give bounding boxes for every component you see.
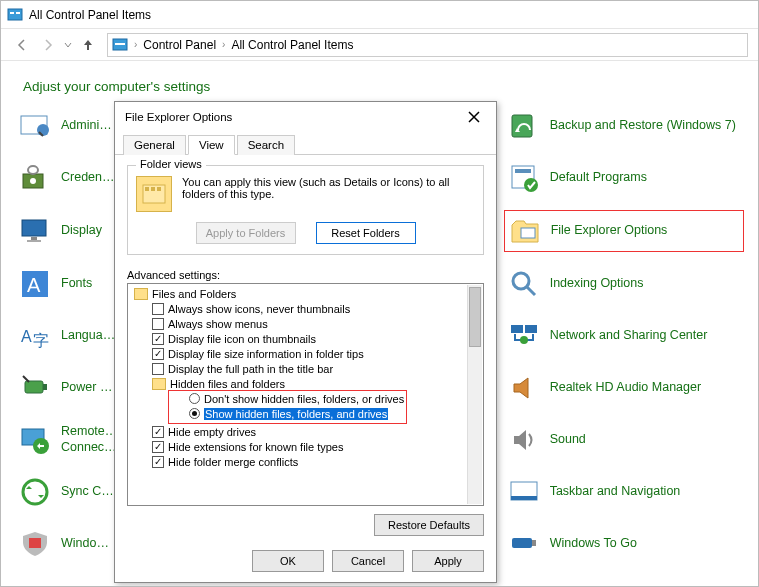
language-icon: A字 [19,320,51,352]
breadcrumb-segment[interactable]: All Control Panel Items [231,38,353,52]
address-bar[interactable]: › Control Panel › All Control Panel Item… [107,33,748,57]
chevron-right-icon[interactable]: › [220,39,227,50]
tree-checkbox-item[interactable]: Always show icons, never thumbnails [130,301,481,316]
tree-checkbox-item[interactable]: Display the full path in the title bar [130,361,481,376]
chevron-right-icon[interactable]: › [132,39,139,50]
advanced-settings-tree[interactable]: Files and Folders Always show icons, nev… [127,283,484,506]
checkbox-icon[interactable]: ✓ [152,333,164,345]
svg-rect-36 [532,540,536,546]
checkbox-icon[interactable] [152,303,164,315]
tree-checkbox-item[interactable]: ✓Display file size information in folder… [130,346,481,361]
reset-folders-button[interactable]: Reset Folders [316,222,416,244]
realtek-icon [508,372,540,404]
svg-point-31 [23,480,47,504]
taskbar-icon [508,476,540,508]
tab-general[interactable]: General [123,135,186,155]
folder-icon [152,378,166,390]
cp-item-default-programs[interactable]: Default Programs [508,162,740,194]
power-icon [19,372,51,404]
svg-text:字: 字 [33,332,49,349]
checkbox-icon[interactable]: ✓ [152,456,164,468]
indexing-icon [508,268,540,300]
dialog-titlebar: File Explorer Options [115,102,496,132]
cp-item-label: Backup and Restore (Windows 7) [550,118,736,134]
radio-icon[interactable] [189,393,200,404]
checkbox-icon[interactable]: ✓ [152,441,164,453]
dialog-body: Folder views You can apply this view (su… [115,155,496,542]
advanced-settings-label: Advanced settings: [127,269,484,281]
tab-view[interactable]: View [188,135,235,155]
cp-item-realtek[interactable]: Realtek HD Audio Manager [508,372,740,404]
cp-item-windows-to-go[interactable]: Windows To Go [508,528,740,560]
tree-checkbox-item[interactable]: ✓Hide empty drives [130,424,481,439]
svg-rect-18 [521,228,535,238]
tree-radio-item[interactable]: Don't show hidden files, folders, or dri… [171,391,404,406]
checkbox-icon[interactable]: ✓ [152,426,164,438]
folder-views-group: Folder views You can apply this view (su… [127,165,484,255]
checkbox-icon[interactable] [152,363,164,375]
cp-item-label: Default Programs [550,170,647,186]
nav-history-dropdown[interactable] [63,40,73,50]
svg-rect-4 [115,43,125,45]
tree-radio-item[interactable]: Show hidden files, folders, and drives [171,406,404,421]
cp-item-label: File Explorer Options [551,223,668,239]
cp-item-label: Windows To Go [550,536,637,552]
checkbox-icon[interactable]: ✓ [152,348,164,360]
cp-item-indexing[interactable]: Indexing Options [508,268,740,300]
nav-forward-button[interactable] [37,34,59,56]
breadcrumb-segment[interactable]: Control Panel [143,38,216,52]
cancel-button[interactable]: Cancel [332,550,404,572]
close-button[interactable] [460,106,488,128]
cp-item-network[interactable]: Network and Sharing Center [508,320,740,352]
svg-rect-40 [157,187,161,191]
folder-large-icon [136,176,172,212]
nav-up-button[interactable] [77,34,99,56]
tree-checkbox-item[interactable]: ✓Display file icon on thumbnails [130,331,481,346]
cp-item-label: Display [61,223,102,239]
ok-button[interactable]: OK [252,550,324,572]
svg-rect-16 [31,237,37,240]
credential-icon [19,162,51,194]
svg-rect-13 [515,169,531,173]
svg-rect-38 [145,187,149,191]
cp-item-file-explorer-options[interactable]: File Explorer Options [504,210,744,252]
cp-item-backup[interactable]: Backup and Restore (Windows 7) [508,110,740,142]
apply-to-folders-button: Apply to Folders [196,222,296,244]
tree-label: Don't show hidden files, folders, or dri… [204,393,404,405]
svg-rect-1 [10,12,14,14]
window-titlebar: All Control Panel Items [1,1,758,29]
file-explorer-options-dialog: File Explorer Options General View Searc… [114,101,497,583]
svg-rect-27 [25,381,43,393]
cp-item-label: Indexing Options [550,276,644,292]
restore-defaults-button[interactable]: Restore Defaults [374,514,484,536]
cp-item-label: Admini… [61,118,112,134]
default-programs-icon [508,162,540,194]
svg-point-10 [30,178,36,184]
folder-options-icon [509,215,541,247]
nav-back-button[interactable] [11,34,33,56]
remote-icon [19,424,51,456]
checkbox-icon[interactable] [152,318,164,330]
tree-checkbox-item[interactable]: ✓Hide extensions for known file types [130,439,481,454]
svg-point-14 [524,178,538,192]
cp-item-sound[interactable]: Sound [508,424,740,456]
tree-label: Display file icon on thumbnails [168,333,316,345]
tree-checkbox-item[interactable]: Always show menus [130,316,481,331]
svg-rect-33 [511,496,537,500]
cp-item-label: Taskbar and Navigation [550,484,681,500]
apply-button[interactable]: Apply [412,550,484,572]
svg-rect-0 [8,9,22,20]
scrollbar-thumb[interactable] [469,287,481,347]
sound-icon [508,424,540,456]
cp-item-label: Network and Sharing Center [550,328,708,344]
svg-rect-11 [28,166,38,174]
tree-checkbox-item[interactable]: ✓Hide folder merge conflicts [130,454,481,469]
tree-label: Hide extensions for known file types [168,441,343,453]
tab-search[interactable]: Search [237,135,295,155]
svg-rect-24 [511,325,523,333]
cp-item-taskbar[interactable]: Taskbar and Navigation [508,476,740,508]
radio-icon[interactable] [189,408,200,419]
scrollbar[interactable] [467,285,482,504]
tree-label-selected: Show hidden files, folders, and drives [204,408,388,420]
svg-text:A: A [21,328,32,345]
